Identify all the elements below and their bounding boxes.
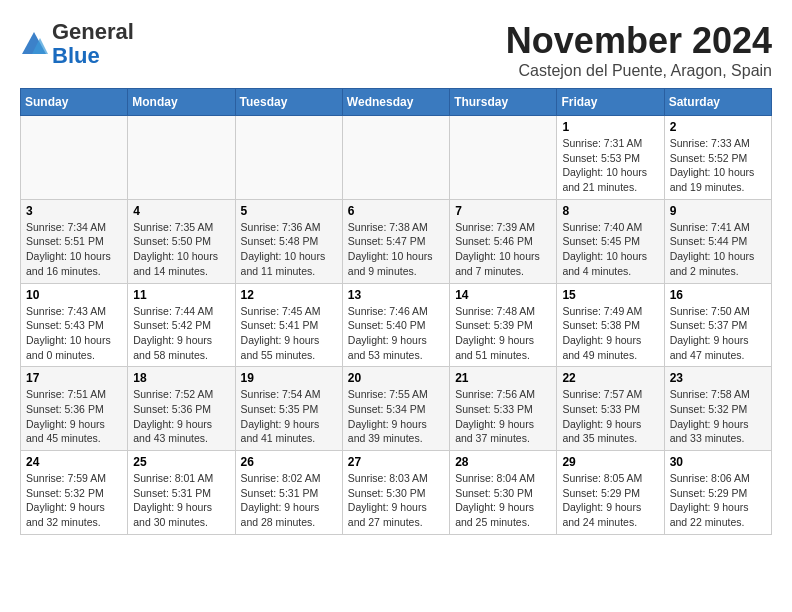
day-info: Sunrise: 7:55 AM Sunset: 5:34 PM Dayligh… [348,387,444,446]
day-info: Sunrise: 7:39 AM Sunset: 5:46 PM Dayligh… [455,220,551,279]
day-info: Sunrise: 7:58 AM Sunset: 5:32 PM Dayligh… [670,387,766,446]
day-info: Sunrise: 7:54 AM Sunset: 5:35 PM Dayligh… [241,387,337,446]
day-info: Sunrise: 8:01 AM Sunset: 5:31 PM Dayligh… [133,471,229,530]
day-info: Sunrise: 7:49 AM Sunset: 5:38 PM Dayligh… [562,304,658,363]
day-number: 1 [562,120,658,134]
day-cell: 29Sunrise: 8:05 AM Sunset: 5:29 PM Dayli… [557,451,664,535]
day-cell: 4Sunrise: 7:35 AM Sunset: 5:50 PM Daylig… [128,199,235,283]
day-cell [128,116,235,200]
day-info: Sunrise: 7:56 AM Sunset: 5:33 PM Dayligh… [455,387,551,446]
logo-general-text: General [52,19,134,44]
day-info: Sunrise: 7:51 AM Sunset: 5:36 PM Dayligh… [26,387,122,446]
day-number: 28 [455,455,551,469]
day-info: Sunrise: 7:36 AM Sunset: 5:48 PM Dayligh… [241,220,337,279]
day-cell: 8Sunrise: 7:40 AM Sunset: 5:45 PM Daylig… [557,199,664,283]
day-cell: 28Sunrise: 8:04 AM Sunset: 5:30 PM Dayli… [450,451,557,535]
day-cell [450,116,557,200]
day-info: Sunrise: 7:50 AM Sunset: 5:37 PM Dayligh… [670,304,766,363]
day-info: Sunrise: 7:35 AM Sunset: 5:50 PM Dayligh… [133,220,229,279]
day-number: 13 [348,288,444,302]
day-info: Sunrise: 8:05 AM Sunset: 5:29 PM Dayligh… [562,471,658,530]
day-cell: 13Sunrise: 7:46 AM Sunset: 5:40 PM Dayli… [342,283,449,367]
day-number: 2 [670,120,766,134]
day-number: 9 [670,204,766,218]
day-number: 14 [455,288,551,302]
day-cell: 15Sunrise: 7:49 AM Sunset: 5:38 PM Dayli… [557,283,664,367]
header: General Blue November 2024 Castejon del … [20,20,772,80]
day-cell: 27Sunrise: 8:03 AM Sunset: 5:30 PM Dayli… [342,451,449,535]
weekday-header-monday: Monday [128,89,235,116]
day-number: 29 [562,455,658,469]
week-row-4: 17Sunrise: 7:51 AM Sunset: 5:36 PM Dayli… [21,367,772,451]
title-area: November 2024 Castejon del Puente, Arago… [506,20,772,80]
day-number: 4 [133,204,229,218]
logo-icon [20,30,48,58]
day-cell: 25Sunrise: 8:01 AM Sunset: 5:31 PM Dayli… [128,451,235,535]
day-info: Sunrise: 7:45 AM Sunset: 5:41 PM Dayligh… [241,304,337,363]
day-info: Sunrise: 7:33 AM Sunset: 5:52 PM Dayligh… [670,136,766,195]
day-cell: 22Sunrise: 7:57 AM Sunset: 5:33 PM Dayli… [557,367,664,451]
day-info: Sunrise: 7:52 AM Sunset: 5:36 PM Dayligh… [133,387,229,446]
day-number: 25 [133,455,229,469]
day-cell: 19Sunrise: 7:54 AM Sunset: 5:35 PM Dayli… [235,367,342,451]
day-number: 20 [348,371,444,385]
day-number: 6 [348,204,444,218]
day-number: 23 [670,371,766,385]
day-info: Sunrise: 7:46 AM Sunset: 5:40 PM Dayligh… [348,304,444,363]
day-cell [342,116,449,200]
day-info: Sunrise: 7:34 AM Sunset: 5:51 PM Dayligh… [26,220,122,279]
week-row-2: 3Sunrise: 7:34 AM Sunset: 5:51 PM Daylig… [21,199,772,283]
week-row-1: 1Sunrise: 7:31 AM Sunset: 5:53 PM Daylig… [21,116,772,200]
day-cell: 26Sunrise: 8:02 AM Sunset: 5:31 PM Dayli… [235,451,342,535]
logo-blue-text: Blue [52,43,100,68]
day-cell: 23Sunrise: 7:58 AM Sunset: 5:32 PM Dayli… [664,367,771,451]
day-cell: 17Sunrise: 7:51 AM Sunset: 5:36 PM Dayli… [21,367,128,451]
day-info: Sunrise: 7:38 AM Sunset: 5:47 PM Dayligh… [348,220,444,279]
day-number: 3 [26,204,122,218]
day-cell: 1Sunrise: 7:31 AM Sunset: 5:53 PM Daylig… [557,116,664,200]
day-number: 11 [133,288,229,302]
day-info: Sunrise: 7:41 AM Sunset: 5:44 PM Dayligh… [670,220,766,279]
day-cell: 7Sunrise: 7:39 AM Sunset: 5:46 PM Daylig… [450,199,557,283]
day-cell: 9Sunrise: 7:41 AM Sunset: 5:44 PM Daylig… [664,199,771,283]
day-cell: 20Sunrise: 7:55 AM Sunset: 5:34 PM Dayli… [342,367,449,451]
day-cell: 30Sunrise: 8:06 AM Sunset: 5:29 PM Dayli… [664,451,771,535]
weekday-header-saturday: Saturday [664,89,771,116]
day-cell [21,116,128,200]
day-cell: 5Sunrise: 7:36 AM Sunset: 5:48 PM Daylig… [235,199,342,283]
week-row-5: 24Sunrise: 7:59 AM Sunset: 5:32 PM Dayli… [21,451,772,535]
day-number: 12 [241,288,337,302]
day-number: 17 [26,371,122,385]
day-cell: 11Sunrise: 7:44 AM Sunset: 5:42 PM Dayli… [128,283,235,367]
day-cell: 21Sunrise: 7:56 AM Sunset: 5:33 PM Dayli… [450,367,557,451]
day-number: 22 [562,371,658,385]
day-cell [235,116,342,200]
day-number: 26 [241,455,337,469]
weekday-header-wednesday: Wednesday [342,89,449,116]
weekday-header-friday: Friday [557,89,664,116]
day-number: 15 [562,288,658,302]
day-info: Sunrise: 8:03 AM Sunset: 5:30 PM Dayligh… [348,471,444,530]
logo: General Blue [20,20,134,68]
day-cell: 6Sunrise: 7:38 AM Sunset: 5:47 PM Daylig… [342,199,449,283]
day-cell: 2Sunrise: 7:33 AM Sunset: 5:52 PM Daylig… [664,116,771,200]
weekday-header-thursday: Thursday [450,89,557,116]
day-number: 7 [455,204,551,218]
day-info: Sunrise: 7:59 AM Sunset: 5:32 PM Dayligh… [26,471,122,530]
day-number: 5 [241,204,337,218]
day-info: Sunrise: 7:43 AM Sunset: 5:43 PM Dayligh… [26,304,122,363]
month-title: November 2024 [506,20,772,62]
day-cell: 3Sunrise: 7:34 AM Sunset: 5:51 PM Daylig… [21,199,128,283]
day-info: Sunrise: 8:04 AM Sunset: 5:30 PM Dayligh… [455,471,551,530]
day-number: 16 [670,288,766,302]
day-info: Sunrise: 8:02 AM Sunset: 5:31 PM Dayligh… [241,471,337,530]
day-info: Sunrise: 7:48 AM Sunset: 5:39 PM Dayligh… [455,304,551,363]
day-number: 24 [26,455,122,469]
day-number: 30 [670,455,766,469]
day-cell: 16Sunrise: 7:50 AM Sunset: 5:37 PM Dayli… [664,283,771,367]
day-number: 21 [455,371,551,385]
weekday-header-sunday: Sunday [21,89,128,116]
day-number: 19 [241,371,337,385]
day-number: 27 [348,455,444,469]
day-cell: 12Sunrise: 7:45 AM Sunset: 5:41 PM Dayli… [235,283,342,367]
